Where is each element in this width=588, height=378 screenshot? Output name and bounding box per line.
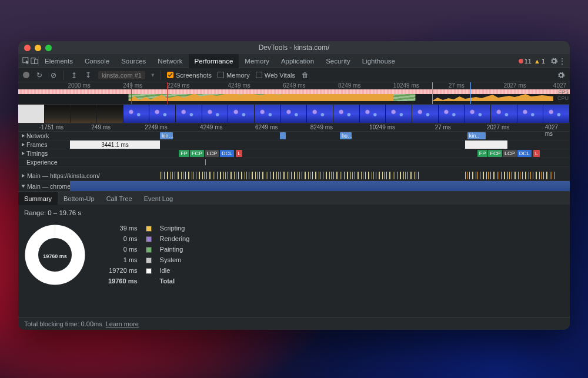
main-tabs: ElementsConsoleSourcesNetworkPerformance… [18, 54, 570, 68]
frame-bar[interactable]: 3441.1 ms [70, 141, 160, 149]
filmstrip-thumb[interactable] [333, 105, 360, 123]
upload-icon[interactable]: ↥ [70, 71, 78, 79]
network-chip[interactable] [280, 132, 286, 139]
target-select[interactable]: kinsta.com #1 [98, 71, 145, 79]
inspect-icon[interactable] [22, 57, 30, 65]
blocking-time-text: Total blocking time: 0.00ms [24, 320, 102, 327]
clear-icon[interactable]: ⊘ [49, 71, 58, 79]
warning-badge[interactable]: ▲1 [534, 58, 545, 65]
network-chip[interactable] [480, 132, 486, 139]
timing-marker-fp[interactable]: FP [477, 150, 488, 157]
panel-settings-gear-icon[interactable] [557, 71, 565, 79]
track-network: Network kin…ho…kin… [18, 132, 570, 141]
footer: Total blocking time: 0.00ms Learn more [18, 317, 570, 330]
devtools-window: DevTools - kinsta.com/ ElementsConsoleSo… [18, 41, 570, 330]
trash-icon[interactable]: 🗑 [301, 71, 309, 79]
svg-rect-2 [34, 59, 38, 63]
legend-row: 1 msSystem [105, 255, 193, 265]
webvitals-checkbox[interactable]: Web Vitals [256, 72, 295, 79]
tab-lighthouse[interactable]: Lighthouse [356, 54, 401, 68]
window-title: DevTools - kinsta.com/ [259, 44, 330, 52]
subtab-summary[interactable]: Summary [18, 192, 58, 205]
tab-application[interactable]: Application [275, 54, 320, 68]
summary-legend: 39 msScripting0 msRendering0 msPainting1… [103, 222, 194, 287]
filmstrip-thumb[interactable] [281, 105, 308, 123]
timing-marker-fp[interactable]: FP [179, 150, 189, 157]
legend-row: 0 msRendering [105, 234, 193, 243]
close-icon[interactable] [24, 45, 31, 51]
track-main-2: Main — chrome://newtab [18, 181, 570, 192]
summary-panel: Range: 0 – 19.76 s 19760 ms 39 msScripti… [18, 205, 570, 292]
flame-tracks[interactable]: Network kin…ho…kin… Frames 3441.1 ms Tim… [18, 132, 570, 192]
timing-marker-lcp[interactable]: LCP [503, 150, 517, 157]
maximize-icon[interactable] [45, 45, 52, 51]
perf-panel: 2000 ms249 ms2249 ms4249 ms6249 ms8249 m… [18, 82, 570, 330]
timing-marker-l[interactable]: L [533, 150, 540, 157]
legend-row: 39 msScripting [105, 223, 193, 233]
timing-marker-l[interactable]: L [236, 150, 242, 157]
network-chip[interactable]: kin… [467, 132, 480, 139]
filmstrip-thumb[interactable] [228, 105, 255, 123]
error-badge[interactable]: 11 [519, 58, 532, 65]
overview-timeline[interactable]: 2000 ms249 ms2249 ms4249 ms6249 ms8249 m… [18, 82, 570, 105]
timing-marker-lcp[interactable]: LCP [205, 150, 219, 157]
perf-toolbar: ↻ ⊘ ↥ ↧ kinsta.com #1 ▾ Screenshots Memo… [18, 68, 570, 82]
filmstrip-thumb[interactable] [97, 105, 123, 123]
tab-network[interactable]: Network [152, 54, 188, 68]
filmstrip-thumb[interactable] [439, 105, 465, 123]
reload-icon[interactable]: ↻ [35, 71, 44, 79]
tab-sources[interactable]: Sources [115, 54, 152, 68]
tab-performance[interactable]: Performance [189, 54, 239, 68]
filmstrip-thumb[interactable] [386, 105, 412, 123]
frame-bar[interactable] [465, 141, 507, 149]
track-timings: Timings FPFCPLCPDCLLFPFCPLCPDCLL [18, 149, 570, 158]
window-controls [24, 45, 52, 51]
device-icon[interactable] [30, 57, 38, 65]
filmstrip-thumb[interactable] [491, 105, 517, 123]
tab-memory[interactable]: Memory [239, 54, 275, 68]
timing-marker-fcp[interactable]: FCP [190, 150, 204, 157]
memory-checkbox[interactable]: Memory [218, 72, 250, 79]
screenshots-checkbox[interactable]: Screenshots [167, 72, 212, 79]
legend-row: 0 msPainting [105, 245, 193, 254]
filmstrip-thumb[interactable] [149, 105, 176, 123]
network-chip[interactable]: ho… [340, 132, 352, 139]
tab-security[interactable]: Security [320, 54, 356, 68]
subtab-call-tree[interactable]: Call Tree [101, 192, 138, 205]
range-text: Range: 0 – 19.76 s [24, 209, 564, 216]
legend-row: 19720 msIdle [105, 266, 193, 275]
record-button[interactable] [23, 72, 29, 78]
timing-marker-dcl[interactable]: DCL [517, 150, 532, 157]
timing-marker-dcl[interactable]: DCL [220, 150, 234, 157]
filmstrip-thumb[interactable] [18, 105, 45, 123]
subtab-bottom-up[interactable]: Bottom-Up [58, 192, 101, 205]
timing-marker-fcp[interactable]: FCP [488, 150, 502, 157]
screenshot-filmstrip[interactable] [18, 105, 570, 123]
filmstrip-thumb[interactable] [543, 105, 570, 123]
titlebar: DevTools - kinsta.com/ [18, 41, 570, 54]
tab-console[interactable]: Console [79, 54, 115, 68]
filmstrip-thumb[interactable] [45, 105, 71, 123]
tab-elements[interactable]: Elements [39, 54, 79, 68]
filmstrip-thumb[interactable] [412, 105, 439, 123]
learn-more-link[interactable]: Learn more [106, 320, 139, 327]
filmstrip-thumb[interactable] [71, 105, 97, 123]
filmstrip-thumb[interactable] [123, 105, 150, 123]
filmstrip-thumb[interactable] [176, 105, 202, 123]
subtab-event-log[interactable]: Event Log [138, 192, 179, 205]
filmstrip-thumb[interactable] [202, 105, 229, 123]
time-ruler[interactable]: -1751 ms249 ms2249 ms4249 ms6249 ms8249 … [18, 123, 570, 132]
network-chip[interactable]: kin… [160, 132, 173, 139]
download-icon[interactable]: ↧ [84, 71, 92, 79]
track-frames: Frames 3441.1 ms [18, 141, 570, 149]
settings-gear-icon[interactable] [550, 57, 558, 65]
filmstrip-thumb[interactable] [307, 105, 333, 123]
filmstrip-thumb[interactable] [465, 105, 491, 123]
filmstrip-thumb[interactable] [360, 105, 386, 123]
filmstrip-thumb[interactable] [255, 105, 281, 123]
filmstrip-thumb[interactable] [517, 105, 544, 123]
kebab-icon[interactable]: ⋮ [558, 57, 566, 65]
track-main-1: Main — https://kinsta.com/ [18, 170, 570, 181]
svg-text:19760 ms: 19760 ms [43, 253, 67, 259]
minimize-icon[interactable] [35, 45, 41, 51]
